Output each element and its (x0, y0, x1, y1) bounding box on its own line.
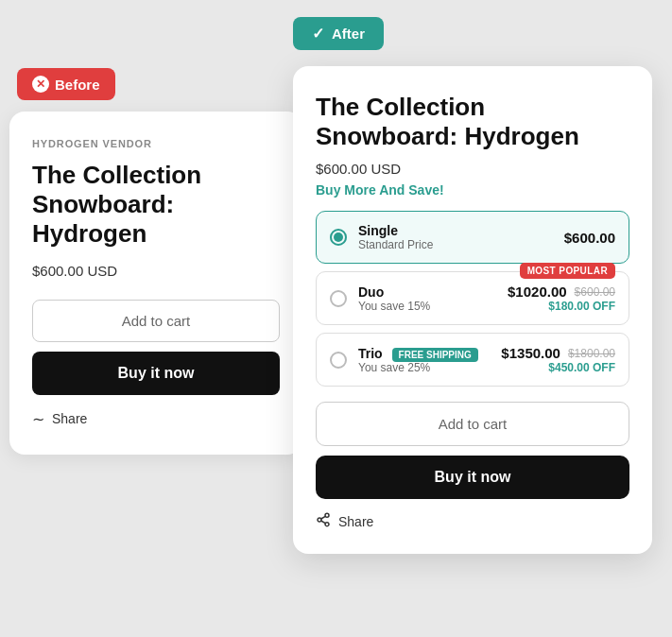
option-trio-name: Trio FREE SHIPPING (358, 346, 490, 361)
option-single-sub: Standard Price (358, 238, 553, 251)
after-buy-now-button[interactable]: Buy it now (316, 456, 629, 499)
option-duo-price-col: $1020.00 $600.00 $180.00 OFF (508, 284, 615, 313)
check-icon: ✓ (312, 25, 324, 43)
after-share-icon (316, 512, 331, 531)
before-share-label[interactable]: Share (52, 411, 87, 426)
option-trio-price-main: $1350.00 (501, 345, 560, 361)
before-badge-label: Before (55, 77, 100, 93)
radio-single (330, 229, 347, 246)
most-popular-badge: MOST POPULAR (520, 263, 615, 279)
option-single-name: Single (358, 223, 553, 238)
option-single[interactable]: Single Standard Price $600.00 (316, 211, 629, 264)
buy-more-save-label: Buy More And Save! (316, 182, 629, 198)
after-badge: ✓ After (293, 17, 384, 50)
before-card: HYDROGEN VENDOR The Collection Snowboard… (9, 112, 302, 455)
option-duo[interactable]: MOST POPULAR Duo You save 15% $1020.00 $… (316, 271, 629, 325)
before-price: $600.00 USD (32, 263, 280, 279)
after-price: $600.00 USD (316, 161, 629, 177)
free-shipping-badge: FREE SHIPPING (392, 348, 478, 362)
option-group: Single Standard Price $600.00 MOST POPUL… (316, 211, 629, 387)
svg-line-4 (321, 517, 326, 520)
after-badge-label: After (332, 26, 365, 42)
option-trio-price-row: $1350.00 $1800.00 (501, 345, 615, 361)
option-trio-sub: You save 25% (358, 361, 490, 374)
svg-line-3 (321, 521, 326, 524)
option-duo-price-main: $1020.00 (508, 284, 567, 300)
before-buy-now-button[interactable]: Buy it now (32, 352, 280, 395)
before-badge: ✕ Before (17, 68, 115, 100)
option-duo-price-row: $1020.00 $600.00 (508, 284, 615, 300)
option-single-price-col: $600.00 (564, 230, 615, 246)
option-trio-price-col: $1350.00 $1800.00 $450.00 OFF (501, 345, 615, 374)
before-title: The Collection Snowboard: Hydrogen (32, 161, 280, 250)
before-add-to-cart-button[interactable]: Add to cart (32, 300, 280, 342)
after-title: The Collection Snowboard: Hydrogen (316, 93, 629, 151)
option-duo-info: Duo You save 15% (358, 284, 496, 313)
option-duo-price-off: $180.00 OFF (508, 300, 615, 313)
after-share-label[interactable]: Share (338, 514, 373, 529)
after-add-to-cart-button[interactable]: Add to cart (316, 402, 629, 446)
option-single-info: Single Standard Price (358, 223, 553, 251)
vendor-label: HYDROGEN VENDOR (32, 138, 280, 149)
option-duo-sub: You save 15% (358, 300, 496, 313)
option-duo-price-original: $600.00 (575, 285, 615, 299)
option-trio-info: Trio FREE SHIPPING You save 25% (358, 346, 490, 374)
option-trio-price-off: $450.00 OFF (501, 361, 615, 374)
radio-duo (330, 290, 347, 307)
after-card: The Collection Snowboard: Hydrogen $600.… (293, 66, 652, 554)
option-trio-price-original: $1800.00 (568, 347, 615, 360)
before-share-icon: ∼ (32, 410, 44, 428)
before-share-row: ∼ Share (32, 410, 280, 428)
option-single-price: $600.00 (564, 230, 615, 246)
after-share-row: Share (316, 512, 629, 531)
option-trio[interactable]: Trio FREE SHIPPING You save 25% $1350.00… (316, 333, 629, 387)
radio-trio (330, 352, 347, 369)
option-duo-name: Duo (358, 284, 496, 300)
x-icon: ✕ (32, 76, 49, 93)
